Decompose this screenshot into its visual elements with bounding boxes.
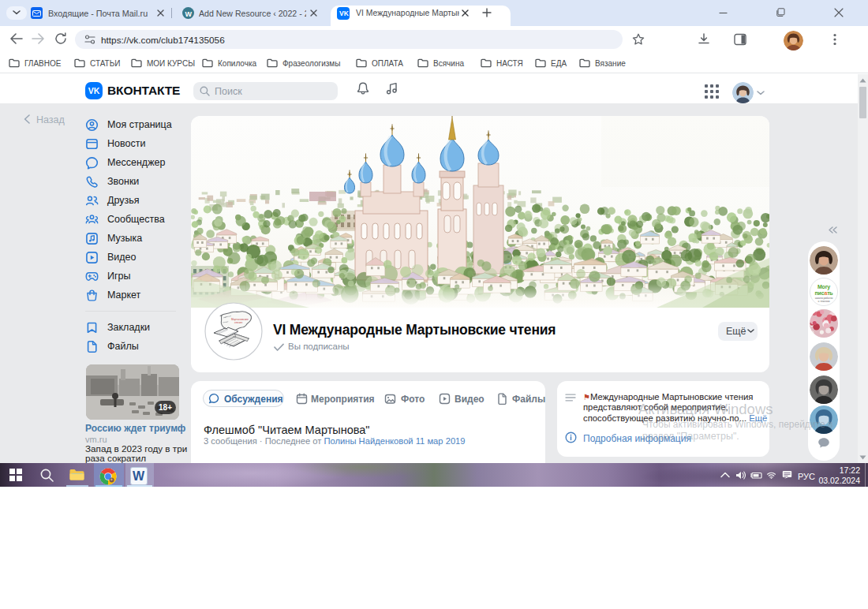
svg-text:чтения: чтения [234, 321, 242, 324]
